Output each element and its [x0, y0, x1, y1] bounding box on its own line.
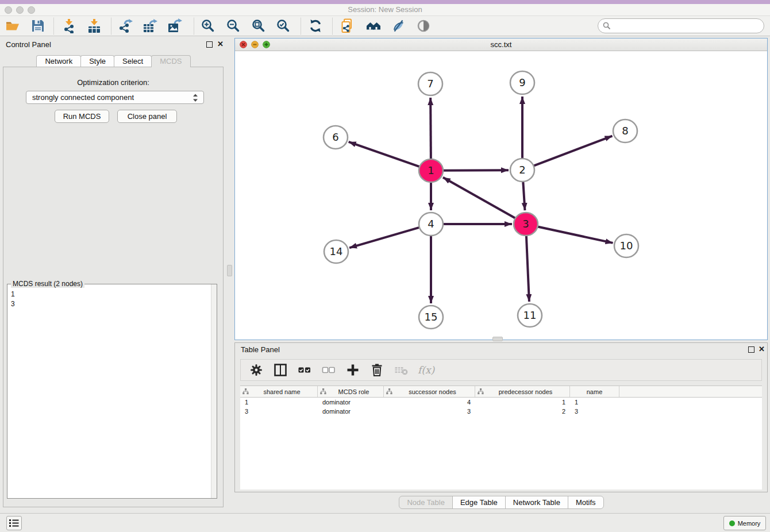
- table-cell[interactable]: 3: [240, 407, 318, 416]
- table-cell[interactable]: 4: [384, 398, 475, 407]
- column-header-predecessor-nodes[interactable]: predecessor nodes: [475, 386, 570, 397]
- graph-node-8[interactable]: 8: [613, 119, 637, 142]
- delete-row-icon[interactable]: [369, 363, 384, 377]
- tab-motifs[interactable]: Motifs: [568, 496, 604, 509]
- horizontal-splitter-handle[interactable]: [492, 337, 503, 341]
- graph-node-6[interactable]: 6: [324, 126, 348, 149]
- zoom-selected-icon[interactable]: [276, 18, 291, 33]
- graph-node-11[interactable]: 11: [518, 304, 542, 327]
- tab-node-table[interactable]: Node Table: [399, 496, 453, 509]
- mcds-result-text[interactable]: 13: [7, 285, 211, 498]
- delete-table-icon[interactable]: [394, 363, 409, 377]
- deselect-all-icon[interactable]: [321, 363, 336, 377]
- toolbar-separator: [301, 18, 301, 34]
- function-builder-icon[interactable]: f(x): [418, 364, 434, 376]
- vertical-splitter-handle[interactable]: [227, 265, 232, 276]
- svg-text:8: 8: [622, 125, 628, 137]
- save-session-icon[interactable]: [30, 18, 45, 33]
- graph-node-4[interactable]: 4: [419, 213, 443, 236]
- graph-edge-3-10[interactable]: [538, 226, 613, 242]
- memory-button[interactable]: Memory: [723, 516, 766, 530]
- graph-edge-1-7[interactable]: [430, 98, 431, 159]
- graph-node-9[interactable]: 9: [510, 71, 534, 94]
- import-table-icon[interactable]: [87, 18, 102, 33]
- import-network-icon[interactable]: [61, 18, 76, 33]
- network-canvas[interactable]: 1234678910111415: [235, 51, 767, 340]
- show-columns-icon[interactable]: [273, 363, 288, 377]
- tab-mcds[interactable]: MCDS: [151, 55, 190, 67]
- graph-edge-3-1[interactable]: [443, 178, 515, 218]
- close-panel-icon[interactable]: ✕: [217, 40, 224, 48]
- network-window-titlebar[interactable]: scc.txt: [235, 38, 767, 51]
- window-accent-strip: [0, 0, 770, 4]
- graph-node-1[interactable]: 1: [419, 159, 443, 182]
- memory-label: Memory: [738, 520, 761, 527]
- table-cell[interactable]: 1: [240, 398, 318, 407]
- table-float-icon[interactable]: [748, 346, 754, 353]
- table-cell[interactable]: dominator: [318, 407, 384, 416]
- table-panel: Table Panel ✕ f(x) shared nameMCDS roles…: [234, 342, 768, 492]
- criterion-select[interactable]: strongly connected component: [26, 91, 204, 104]
- task-history-button[interactable]: [6, 516, 22, 530]
- table-cell[interactable]: 3: [384, 407, 475, 416]
- run-mcds-button[interactable]: Run MCDS: [55, 110, 109, 123]
- graph-edge-4-14[interactable]: [349, 228, 419, 248]
- refresh-icon[interactable]: [308, 18, 323, 33]
- table-cell[interactable]: 1: [570, 398, 619, 407]
- tab-style[interactable]: Style: [80, 55, 114, 67]
- copy-network-icon[interactable]: [340, 18, 355, 33]
- node-table: shared nameMCDS rolesuccessor nodesprede…: [240, 385, 762, 489]
- graph-node-2[interactable]: 2: [510, 159, 534, 182]
- graph-edge-1-2[interactable]: [443, 170, 509, 171]
- graph-edge-1-6[interactable]: [349, 142, 420, 167]
- zoom-out-icon[interactable]: [226, 18, 241, 33]
- toolbar-separator: [194, 18, 194, 34]
- graph-node-3[interactable]: 3: [514, 213, 538, 236]
- criterion-select-value: strongly connected component: [32, 93, 134, 102]
- zoom-in-icon[interactable]: [201, 18, 215, 33]
- graph-edge-2-8[interactable]: [534, 136, 613, 166]
- table-row[interactable]: 3dominator323: [240, 407, 762, 416]
- graph-node-10[interactable]: 10: [614, 234, 638, 257]
- memory-status-icon: [729, 521, 735, 526]
- svg-text:6: 6: [332, 131, 338, 143]
- select-all-icon[interactable]: [297, 363, 312, 377]
- add-row-icon[interactable]: [345, 363, 360, 377]
- graph-node-15[interactable]: 15: [419, 306, 443, 329]
- graph-node-14[interactable]: 14: [324, 240, 348, 263]
- column-header-filler: [619, 386, 762, 397]
- home-icon[interactable]: [366, 18, 381, 33]
- result-line: 1: [11, 290, 207, 299]
- column-header-MCDS-role[interactable]: MCDS role: [318, 386, 384, 397]
- export-network-icon[interactable]: [118, 18, 133, 33]
- table-settings-icon[interactable]: [249, 363, 264, 377]
- open-session-icon[interactable]: [5, 18, 20, 33]
- graph-edge-3-11[interactable]: [526, 236, 529, 302]
- table-cell[interactable]: dominator: [318, 398, 384, 407]
- table-panel-title: Table Panel: [241, 345, 280, 354]
- table-cell[interactable]: 2: [475, 407, 570, 416]
- tab-edge-table[interactable]: Edge Table: [452, 496, 506, 509]
- table-cell[interactable]: 1: [475, 398, 570, 407]
- show-graphics-icon[interactable]: [416, 18, 431, 33]
- column-header-name[interactable]: name: [570, 386, 619, 397]
- zoom-fit-icon[interactable]: [251, 18, 266, 33]
- hide-graphics-icon[interactable]: [391, 18, 406, 33]
- control-panel: Control Panel ✕ NetworkStyleSelectMCDS O…: [0, 38, 226, 507]
- table-row[interactable]: 1dominator411: [240, 398, 762, 407]
- export-image-icon[interactable]: [167, 18, 182, 33]
- tab-network-table[interactable]: Network Table: [505, 496, 568, 509]
- export-table-icon[interactable]: [143, 18, 157, 33]
- tab-network[interactable]: Network: [36, 55, 81, 67]
- table-close-icon[interactable]: ✕: [759, 345, 765, 353]
- close-panel-button[interactable]: Close panel: [117, 110, 177, 123]
- graph-node-7[interactable]: 7: [418, 72, 442, 95]
- result-scrollbar[interactable]: [211, 284, 217, 498]
- graph-edge-2-3[interactable]: [523, 182, 525, 210]
- tab-select[interactable]: Select: [114, 55, 152, 67]
- table-cell[interactable]: 3: [570, 407, 619, 416]
- float-panel-icon[interactable]: [206, 41, 213, 48]
- column-header-successor-nodes[interactable]: successor nodes: [384, 386, 475, 397]
- search-input[interactable]: [598, 18, 764, 33]
- column-header-shared-name[interactable]: shared name: [240, 386, 318, 397]
